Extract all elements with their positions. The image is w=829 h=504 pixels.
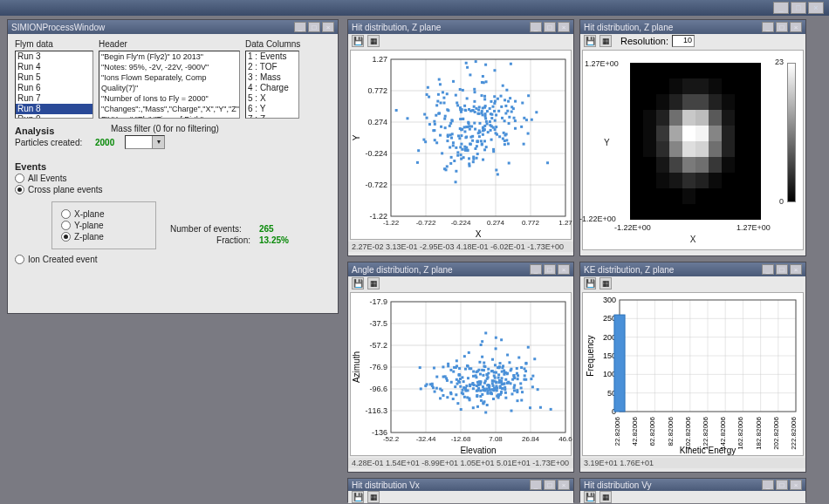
- ion-created-radio[interactable]: Ion Created event: [15, 255, 331, 264]
- fraction-value: 13.25%: [259, 235, 289, 245]
- run-item[interactable]: Run 8: [16, 104, 92, 114]
- z-plane-radio[interactable]: Z-plane: [61, 232, 147, 242]
- svg-rect-377: [472, 406, 475, 409]
- tool-icon[interactable]: ▦: [599, 491, 612, 503]
- column-item[interactable]: 3 : Mass: [246, 72, 298, 83]
- save-icon[interactable]: 💾: [352, 35, 364, 47]
- close-button[interactable]: ×: [808, 2, 824, 14]
- save-icon[interactable]: 💾: [584, 35, 596, 47]
- svg-rect-410: [491, 358, 494, 361]
- column-item[interactable]: 4 : Charge: [246, 83, 298, 93]
- svg-rect-211: [497, 173, 499, 175]
- svg-rect-159: [463, 105, 466, 107]
- svg-rect-58: [500, 95, 503, 98]
- y-plane-radio[interactable]: Y-plane: [61, 221, 147, 230]
- status-bar: 2.27E-02 3.13E-01 -2.95E-03 4.18E-01 -6.…: [348, 242, 573, 252]
- svg-rect-562: [486, 404, 489, 406]
- svg-rect-233: [508, 116, 510, 119]
- save-icon[interactable]: 💾: [352, 277, 364, 289]
- minimize-button[interactable]: _: [530, 264, 542, 275]
- mass-filter-combo[interactable]: ▾: [125, 135, 165, 149]
- x-plane-radio[interactable]: X-plane: [61, 209, 147, 219]
- column-item[interactable]: 7 : Z: [246, 114, 298, 119]
- tool-icon[interactable]: ▦: [367, 277, 380, 289]
- run-item[interactable]: Run 4: [16, 62, 92, 72]
- svg-rect-94: [498, 135, 501, 138]
- run-item[interactable]: Run 3: [16, 51, 92, 62]
- svg-rect-203: [484, 112, 487, 115]
- svg-rect-482: [469, 384, 471, 386]
- run-item[interactable]: Run 6: [16, 83, 92, 93]
- column-item[interactable]: 1 : Events: [246, 51, 298, 62]
- minimize-button[interactable]: _: [530, 480, 542, 490]
- svg-rect-401: [520, 366, 523, 369]
- run-item[interactable]: Run 7: [16, 93, 92, 104]
- hit-z-scatter-plot: 1.270.7720.274-0.224-0.722-1.22-1.22-0.7…: [351, 51, 574, 239]
- maximize-button[interactable]: □: [308, 22, 320, 32]
- svg-text:Elevation: Elevation: [460, 446, 496, 455]
- svg-rect-214: [460, 143, 462, 146]
- close-button[interactable]: ×: [790, 264, 802, 275]
- minimize-button[interactable]: _: [762, 264, 774, 275]
- tool-icon[interactable]: ▦: [599, 35, 612, 47]
- minimize-button[interactable]: _: [773, 2, 789, 14]
- column-item[interactable]: 2 : TOF: [246, 62, 298, 72]
- column-item[interactable]: 5 : X: [246, 93, 298, 104]
- num-events-label: Number of events:: [170, 224, 254, 234]
- svg-rect-351: [506, 354, 509, 357]
- maximize-button[interactable]: □: [544, 264, 556, 275]
- svg-rect-208: [501, 117, 504, 119]
- svg-rect-206: [490, 129, 492, 132]
- svg-rect-262: [525, 119, 528, 121]
- svg-rect-99: [434, 139, 436, 141]
- data-columns-label: Data Columns: [245, 39, 300, 49]
- svg-rect-30: [456, 104, 459, 106]
- svg-rect-355: [492, 385, 495, 387]
- svg-rect-553: [432, 386, 435, 389]
- svg-rect-163: [438, 78, 441, 81]
- svg-rect-571: [452, 398, 455, 400]
- column-item[interactable]: 6 : Y: [246, 104, 298, 114]
- svg-rect-421: [527, 346, 530, 349]
- svg-rect-472: [510, 368, 512, 371]
- window-title: KE distribution, Z plane: [584, 265, 674, 275]
- tool-icon[interactable]: ▦: [367, 491, 380, 503]
- svg-rect-501: [520, 386, 523, 389]
- svg-rect-96: [465, 62, 468, 65]
- save-icon[interactable]: 💾: [584, 277, 596, 289]
- close-button[interactable]: ×: [790, 480, 802, 490]
- resolution-input[interactable]: 10: [672, 35, 695, 47]
- maximize-button[interactable]: □: [776, 22, 788, 32]
- close-button[interactable]: ×: [322, 22, 334, 32]
- svg-rect-254: [484, 117, 487, 119]
- flym-data-list[interactable]: Run 3Run 4Run 5Run 6Run 7Run 8Run 9: [15, 51, 93, 119]
- save-icon[interactable]: 💾: [352, 491, 364, 503]
- all-events-radio[interactable]: All Events: [15, 174, 331, 183]
- close-button[interactable]: ×: [558, 264, 570, 275]
- svg-rect-168: [514, 119, 517, 122]
- maximize-button[interactable]: □: [544, 480, 556, 490]
- maximize-button[interactable]: □: [776, 480, 788, 490]
- maximize-button[interactable]: □: [776, 264, 788, 275]
- hit-z-heat-window: Hit distribution, Z plane _□× 💾▦ Resolut…: [579, 19, 806, 256]
- minimize-button[interactable]: _: [294, 22, 306, 32]
- run-item[interactable]: Run 9: [16, 114, 92, 119]
- close-button[interactable]: ×: [790, 22, 802, 32]
- svg-rect-240: [512, 107, 515, 110]
- svg-rect-264: [435, 104, 438, 106]
- svg-rect-263: [462, 156, 465, 159]
- run-item[interactable]: Run 5: [16, 72, 92, 83]
- minimize-button[interactable]: _: [762, 480, 774, 490]
- header-list[interactable]: "Begin Fly'm (Fly2)" 10 2013""Notes: 95%…: [99, 51, 240, 119]
- tool-icon[interactable]: ▦: [367, 35, 380, 47]
- close-button[interactable]: ×: [558, 480, 570, 490]
- data-columns-list[interactable]: 1 : Events2 : TOF3 : Mass4 : Charge5 : X…: [245, 51, 299, 119]
- minimize-button[interactable]: _: [530, 22, 542, 32]
- tool-icon[interactable]: ▦: [599, 277, 612, 289]
- minimize-button[interactable]: _: [762, 22, 774, 32]
- cross-plane-events-radio[interactable]: Cross plane events: [15, 185, 331, 194]
- save-icon[interactable]: 💾: [584, 491, 596, 503]
- close-button[interactable]: ×: [558, 22, 570, 32]
- maximize-button[interactable]: □: [791, 2, 806, 14]
- maximize-button[interactable]: □: [544, 22, 556, 32]
